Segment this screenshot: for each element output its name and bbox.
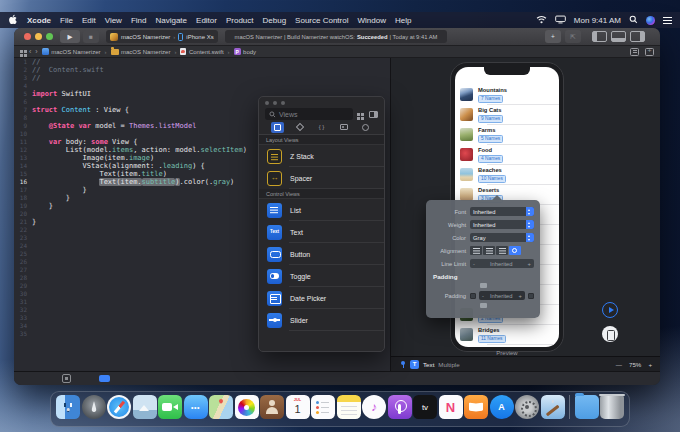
dock-reminders-icon[interactable] [311,395,335,419]
grid-view-icon[interactable] [357,113,360,116]
menu-editor[interactable]: Editor [196,16,217,25]
dock-safari-icon[interactable] [107,395,131,419]
library-item-date-picker[interactable]: Date Picker [259,287,384,309]
library-tab-modifiers[interactable] [293,122,306,133]
code-review-button[interactable]: ⇱ [565,30,581,43]
breadcrumb-body[interactable]: Pbody [234,48,257,55]
dock-finder-icon[interactable] [56,395,80,419]
menu-edit[interactable]: Edit [82,16,96,25]
inspector-toggle-button[interactable] [630,31,645,42]
stop-button[interactable]: ■ [83,30,99,43]
code-line[interactable]: 1// [14,58,390,66]
menu-find[interactable]: Find [131,16,147,25]
detail-view-icon[interactable] [369,111,378,118]
library-add-button[interactable]: + [545,30,561,43]
dock-notes-icon[interactable] [337,395,361,419]
library-item-z-stack[interactable]: Z Stack [259,145,384,167]
align-inherited-option[interactable] [509,246,521,255]
dock-settings-icon[interactable] [515,395,539,419]
dock-music-icon[interactable]: ♪ [362,395,386,419]
dock-tv-icon[interactable]: tv [413,395,437,419]
align-option[interactable] [470,246,482,255]
padding-right-checkbox[interactable] [528,293,534,299]
library-item-spacer[interactable]: Spacer [259,167,384,189]
list-item-beaches[interactable]: Beaches10 Names [455,165,559,185]
dock-photos-icon[interactable] [235,395,259,419]
back-button[interactable]: ‹ [29,48,31,55]
library-tab-snippets[interactable]: { } [315,122,328,133]
padding-stepper[interactable]: -Inherited+ [479,291,525,300]
library-item-list[interactable]: List [259,199,384,221]
color-dropdown[interactable]: Gray [470,233,534,242]
list-item-mountains[interactable]: Mountains7 Names [455,85,559,105]
item-subtitle-badge[interactable]: 9 Names [478,115,503,123]
dock-podcasts-icon[interactable] [388,395,412,419]
library-item-slider[interactable]: Slider [259,309,384,331]
dock-calendar-icon[interactable]: 1 [286,395,310,419]
debug-area-toggle-button[interactable] [611,31,626,42]
related-items-icon[interactable] [20,50,23,53]
zoom-out-button[interactable]: — [616,361,622,368]
zoom-in-button[interactable]: + [648,361,652,368]
breadcrumb-macos-namerizer[interactable]: macOS Namerizer [42,48,101,55]
code-line[interactable]: 2// Content.swift [14,66,390,74]
library-tab-other[interactable] [359,122,372,133]
library-tab-views[interactable] [271,122,284,133]
item-subtitle-badge[interactable]: 7 Names [478,95,503,103]
padding-top-handle[interactable] [480,283,487,288]
align-option[interactable] [496,246,508,255]
padding-left-checkbox[interactable] [470,293,476,299]
item-subtitle-badge[interactable]: 11 Names [478,335,506,343]
notification-center-icon[interactable] [663,17,672,24]
weight-dropdown[interactable]: Inherited [470,220,534,229]
spotlight-icon[interactable] [629,15,638,26]
dock-appstore-icon[interactable]: A [490,395,514,419]
menu-view[interactable]: View [105,16,122,25]
display-mirroring-icon[interactable] [555,15,566,26]
menu-navigate[interactable]: Navigate [155,16,187,25]
dock-messages-icon[interactable]: ••• [184,395,208,419]
minimize-button[interactable] [35,33,42,40]
font-dropdown[interactable]: Inherited [470,207,534,216]
menu-window[interactable]: Window [357,16,385,25]
align-option[interactable] [483,246,495,255]
scheme-selector[interactable]: macOS Namerizer › iPhone Xs [106,30,218,43]
list-item-farms[interactable]: Farms5 Names [455,125,559,145]
library-item-toggle[interactable]: Toggle [259,265,384,287]
pin-icon[interactable] [399,361,406,368]
apple-menu-icon[interactable] [8,14,17,27]
dock-launchpad-icon[interactable] [82,395,106,419]
close-button[interactable] [24,33,31,40]
menu-source-control[interactable]: Source Control [295,16,348,25]
add-editor-icon[interactable] [645,48,654,56]
breadcrumb-macos-namerizer[interactable]: macOS Namerizer [111,49,171,55]
siri-icon[interactable] [646,16,655,25]
menu-product[interactable]: Product [226,16,254,25]
menu-debug[interactable]: Debug [263,16,287,25]
library-item-text[interactable]: Text [259,221,384,243]
breadcrumb-content-swift[interactable]: Content.swift [180,48,223,56]
zoom-button[interactable] [46,33,53,40]
list-item-big-cats[interactable]: Big Cats9 Names [455,105,559,125]
zoom-level[interactable]: 75% [629,361,641,368]
code-line[interactable]: 3// [14,74,390,82]
item-subtitle-badge[interactable]: 10 Names [478,175,506,183]
menu-file[interactable]: File [60,16,73,25]
padding-bottom-handle[interactable] [480,303,487,308]
dock-facetime-icon[interactable] [158,395,182,419]
documentation-icon[interactable] [99,375,110,382]
dock-contacts-icon[interactable] [260,395,284,419]
editor-options-icon[interactable] [630,48,639,56]
line-limit-stepper[interactable]: -Inherited+ [470,259,534,268]
dock-xcode-icon[interactable] [541,395,565,419]
library-item-button[interactable]: Button [259,243,384,265]
menu-clock[interactable]: Mon 9:41 AM [574,16,621,25]
dock-trash-icon[interactable] [600,395,624,419]
run-button[interactable]: ▶ [60,30,80,43]
dock-downloads-icon[interactable] [575,395,599,419]
preview-on-device-button[interactable] [602,326,618,342]
dock-maps-icon[interactable] [209,395,233,419]
dock-news-icon[interactable]: N [439,395,463,419]
breakpoints-icon[interactable] [62,374,71,383]
dock-books-icon[interactable] [464,395,488,419]
